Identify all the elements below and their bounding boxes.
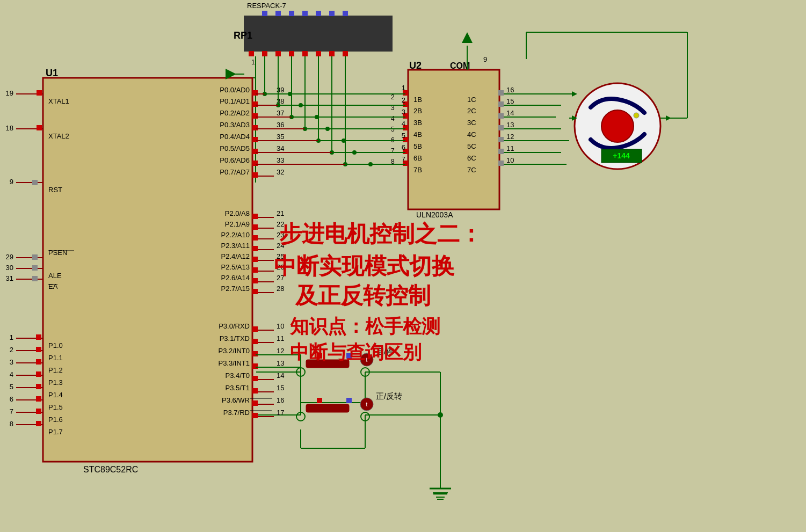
u1-p37-num: 17 — [277, 409, 284, 417]
svg-point-195 — [634, 113, 639, 118]
u1-p23-name: P2.3/A11 — [221, 242, 250, 250]
u1-pin1-num: 1 — [10, 333, 13, 341]
svg-rect-100 — [252, 161, 258, 166]
u1-p22-name: P2.2/A10 — [221, 231, 250, 239]
u1-p02-num: 37 — [277, 109, 284, 117]
u1-p32-name: P3.2/INT0 — [218, 347, 250, 355]
svg-rect-88 — [252, 90, 258, 96]
u1-p34-name: P3.4/T0 — [225, 371, 250, 380]
u1-p02-name: P0.2/AD2 — [220, 109, 250, 117]
svg-rect-137 — [244, 16, 392, 51]
svg-rect-96 — [252, 137, 258, 142]
u1-p07-name: P0.7/AD7 — [220, 168, 250, 176]
u2-4b-num: 4 — [402, 120, 405, 128]
u1-pin8-name: P1.7 — [48, 428, 63, 436]
u1-p30-num: 10 — [277, 322, 284, 330]
subtitle-line2: 中断与查询区别 — [290, 341, 422, 362]
u2-1b-label: 1B — [413, 96, 422, 104]
u2-2c-label: 2C — [467, 107, 476, 115]
svg-rect-84 — [36, 409, 41, 414]
u1-p03-name: P0.3/AD3 — [220, 121, 250, 129]
u1-p31-name: P3.1/TXD — [220, 334, 250, 342]
svg-rect-62 — [32, 180, 38, 185]
svg-rect-126 — [252, 363, 258, 369]
svg-rect-153 — [329, 11, 335, 16]
u1-pin9-num: 9 — [10, 178, 13, 186]
svg-rect-132 — [252, 400, 258, 406]
u1-p25-name: P2.5/A13 — [221, 263, 250, 271]
u2-4c-label: 4C — [467, 130, 476, 139]
u1-p21-name: P2.1/A9 — [225, 220, 250, 228]
u1-pin2-name: P1.1 — [48, 354, 63, 362]
svg-rect-144 — [302, 51, 308, 56]
u1-p26-name: P2.6/A14 — [221, 274, 250, 282]
u2-1b-num: 1 — [402, 84, 405, 92]
svg-rect-124 — [252, 351, 258, 356]
u1-p30-name: P3.0/RXD — [219, 322, 250, 330]
u2-5c-num: 12 — [506, 133, 514, 141]
svg-rect-190 — [498, 149, 504, 154]
u1-pin3-num: 3 — [10, 358, 13, 366]
u1-pin1-name: P1.0 — [48, 341, 63, 349]
u1-chipname: STC89C52RC — [83, 465, 138, 474]
svg-rect-80 — [36, 384, 41, 389]
svg-rect-212 — [306, 404, 349, 412]
svg-rect-114 — [252, 267, 258, 273]
svg-rect-74 — [36, 347, 41, 352]
u1-p06-name: P0.6/AD6 — [220, 156, 250, 164]
svg-rect-94 — [252, 125, 258, 130]
u2-7c-num: 10 — [506, 156, 514, 164]
u1-pin3-name: P1.2 — [48, 366, 63, 374]
u2-3b-label: 3B — [413, 119, 422, 127]
svg-rect-60 — [37, 125, 42, 130]
svg-rect-104 — [252, 214, 258, 219]
svg-rect-184 — [498, 113, 504, 119]
sw2-indicator: t — [366, 402, 368, 407]
svg-rect-64 — [32, 254, 38, 260]
svg-rect-69 — [32, 276, 38, 281]
svg-rect-72 — [36, 334, 41, 340]
svg-rect-106 — [252, 224, 258, 230]
u1-p27-num: 28 — [277, 285, 284, 293]
u1-p07-num: 32 — [277, 168, 284, 176]
u2-6c-num: 11 — [506, 144, 514, 152]
u1-pin18-num: 18 — [6, 124, 13, 132]
svg-rect-141 — [262, 51, 267, 56]
u2-6b-num: 6 — [402, 143, 405, 151]
u1-pin6-num: 6 — [10, 395, 13, 403]
svg-rect-116 — [252, 278, 258, 283]
u1-p20-name: P2.0/A8 — [225, 209, 250, 217]
u1-p04-num: 35 — [277, 133, 284, 141]
svg-rect-151 — [302, 11, 308, 16]
u1-p35-num: 15 — [277, 384, 284, 392]
svg-rect-128 — [252, 376, 258, 381]
u2-label: U2 — [409, 60, 422, 71]
u1-p31-num: 11 — [277, 334, 284, 342]
u2-1c-num: 16 — [506, 86, 514, 94]
u2-3c-num: 14 — [506, 109, 514, 117]
svg-rect-90 — [252, 101, 258, 107]
svg-rect-102 — [252, 172, 258, 178]
svg-rect-67 — [32, 265, 38, 271]
u2-pin9: 9 — [483, 55, 487, 63]
u2-7c-label: 7C — [467, 166, 476, 174]
rp1-pin2: 2 — [391, 93, 395, 101]
u2-2b-label: 2B — [413, 107, 422, 115]
u1-pin7-name: P1.6 — [48, 416, 63, 424]
u1-p33-name: P3.3/INT1 — [218, 359, 250, 367]
u1-pin6-name: P1.5 — [48, 403, 63, 411]
u1-p24-name: P2.4/A12 — [221, 252, 250, 260]
u1-p05-num: 34 — [277, 144, 284, 152]
u1-p06-num: 33 — [277, 156, 284, 164]
svg-rect-140 — [249, 51, 254, 56]
u1-pin19-name: XTAL1 — [48, 97, 69, 105]
u1-p37-name: P3.7/RD — [223, 409, 250, 417]
u1-p34-num: 14 — [277, 371, 284, 380]
u1-p32-num: 12 — [277, 347, 284, 355]
u1-p36-name: P3.6/WR — [222, 396, 250, 404]
u1-pin31-num: 31 — [6, 274, 13, 282]
subtitle-line1: 知识点：松手检测 — [289, 316, 440, 337]
svg-rect-130 — [252, 388, 258, 393]
motor-voltage-label: +144 — [613, 151, 630, 160]
title-line1: 步进电机控制之二： — [279, 221, 482, 246]
